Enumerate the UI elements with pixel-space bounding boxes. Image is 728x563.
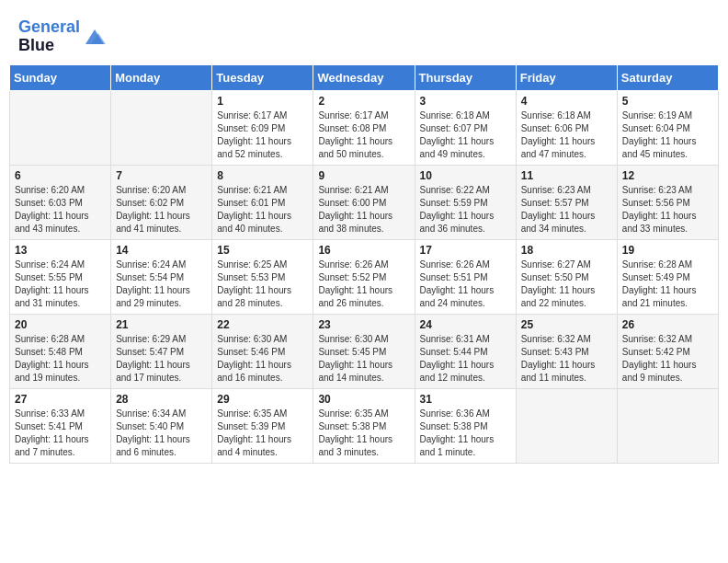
weekday-header: Saturday bbox=[617, 64, 718, 90]
calendar-cell: 13Sunrise: 6:24 AM Sunset: 5:55 PM Dayli… bbox=[10, 239, 111, 314]
day-number: 22 bbox=[217, 318, 308, 331]
day-number: 11 bbox=[521, 169, 612, 182]
calendar-cell: 26Sunrise: 6:32 AM Sunset: 5:42 PM Dayli… bbox=[617, 314, 718, 388]
day-number: 17 bbox=[420, 244, 511, 257]
day-info: Sunrise: 6:17 AM Sunset: 6:09 PM Dayligh… bbox=[217, 109, 308, 161]
day-info: Sunrise: 6:36 AM Sunset: 5:38 PM Dayligh… bbox=[420, 408, 511, 459]
calendar-cell: 5Sunrise: 6:19 AM Sunset: 6:04 PM Daylig… bbox=[617, 90, 718, 165]
calendar-header-row: SundayMondayTuesdayWednesdayThursdayFrid… bbox=[10, 64, 719, 90]
weekday-header: Monday bbox=[111, 64, 212, 90]
calendar-week-row: 1Sunrise: 6:17 AM Sunset: 6:09 PM Daylig… bbox=[10, 90, 719, 165]
weekday-header: Wednesday bbox=[313, 64, 415, 90]
day-info: Sunrise: 6:18 AM Sunset: 6:07 PM Dayligh… bbox=[420, 109, 511, 161]
calendar-cell bbox=[111, 90, 212, 165]
calendar-cell: 7Sunrise: 6:20 AM Sunset: 6:02 PM Daylig… bbox=[111, 165, 212, 239]
day-info: Sunrise: 6:21 AM Sunset: 6:00 PM Dayligh… bbox=[318, 184, 409, 236]
day-info: Sunrise: 6:28 AM Sunset: 5:49 PM Dayligh… bbox=[622, 259, 713, 310]
day-info: Sunrise: 6:33 AM Sunset: 5:41 PM Dayligh… bbox=[15, 408, 106, 459]
day-number: 13 bbox=[15, 244, 106, 257]
day-info: Sunrise: 6:24 AM Sunset: 5:54 PM Dayligh… bbox=[116, 259, 207, 310]
day-info: Sunrise: 6:20 AM Sunset: 6:03 PM Dayligh… bbox=[15, 184, 106, 236]
day-info: Sunrise: 6:23 AM Sunset: 5:56 PM Dayligh… bbox=[622, 184, 713, 236]
day-number: 30 bbox=[318, 393, 409, 406]
day-info: Sunrise: 6:31 AM Sunset: 5:44 PM Dayligh… bbox=[420, 333, 511, 385]
day-info: Sunrise: 6:28 AM Sunset: 5:48 PM Dayligh… bbox=[15, 333, 106, 385]
day-info: Sunrise: 6:17 AM Sunset: 6:08 PM Dayligh… bbox=[318, 109, 409, 161]
day-number: 19 bbox=[622, 244, 713, 257]
day-info: Sunrise: 6:19 AM Sunset: 6:04 PM Dayligh… bbox=[622, 109, 713, 161]
day-number: 31 bbox=[420, 393, 511, 406]
calendar-cell: 16Sunrise: 6:26 AM Sunset: 5:52 PM Dayli… bbox=[313, 239, 415, 314]
calendar-cell bbox=[617, 388, 718, 463]
day-number: 5 bbox=[622, 95, 713, 108]
day-info: Sunrise: 6:26 AM Sunset: 5:52 PM Dayligh… bbox=[318, 259, 409, 310]
calendar-cell: 9Sunrise: 6:21 AM Sunset: 6:00 PM Daylig… bbox=[313, 165, 415, 239]
calendar-cell: 22Sunrise: 6:30 AM Sunset: 5:46 PM Dayli… bbox=[212, 314, 313, 388]
day-number: 1 bbox=[217, 95, 308, 108]
calendar-cell bbox=[516, 388, 617, 463]
day-info: Sunrise: 6:20 AM Sunset: 6:02 PM Dayligh… bbox=[116, 184, 207, 236]
calendar-cell: 17Sunrise: 6:26 AM Sunset: 5:51 PM Dayli… bbox=[415, 239, 516, 314]
day-number: 9 bbox=[318, 169, 409, 182]
day-number: 29 bbox=[217, 393, 308, 406]
day-info: Sunrise: 6:26 AM Sunset: 5:51 PM Dayligh… bbox=[420, 259, 511, 310]
day-number: 6 bbox=[15, 169, 106, 182]
day-number: 27 bbox=[15, 393, 106, 406]
calendar-cell: 4Sunrise: 6:18 AM Sunset: 6:06 PM Daylig… bbox=[516, 90, 617, 165]
calendar-week-row: 27Sunrise: 6:33 AM Sunset: 5:41 PM Dayli… bbox=[10, 388, 719, 463]
calendar-cell: 15Sunrise: 6:25 AM Sunset: 5:53 PM Dayli… bbox=[212, 239, 313, 314]
day-info: Sunrise: 6:29 AM Sunset: 5:47 PM Dayligh… bbox=[116, 333, 207, 385]
day-info: Sunrise: 6:32 AM Sunset: 5:42 PM Dayligh… bbox=[622, 333, 713, 385]
day-info: Sunrise: 6:24 AM Sunset: 5:55 PM Dayligh… bbox=[15, 259, 106, 310]
day-number: 3 bbox=[420, 95, 511, 108]
day-number: 12 bbox=[622, 169, 713, 182]
day-info: Sunrise: 6:22 AM Sunset: 5:59 PM Dayligh… bbox=[420, 184, 511, 236]
day-info: Sunrise: 6:23 AM Sunset: 5:57 PM Dayligh… bbox=[521, 184, 612, 236]
logo-icon bbox=[82, 26, 108, 48]
calendar-cell: 21Sunrise: 6:29 AM Sunset: 5:47 PM Dayli… bbox=[111, 314, 212, 388]
weekday-header: Tuesday bbox=[212, 64, 313, 90]
day-info: Sunrise: 6:30 AM Sunset: 5:46 PM Dayligh… bbox=[217, 333, 308, 385]
day-number: 26 bbox=[622, 318, 713, 331]
calendar-cell: 18Sunrise: 6:27 AM Sunset: 5:50 PM Dayli… bbox=[516, 239, 617, 314]
day-number: 2 bbox=[318, 95, 409, 108]
logo: GeneralBlue bbox=[18, 18, 108, 55]
calendar-cell: 24Sunrise: 6:31 AM Sunset: 5:44 PM Dayli… bbox=[415, 314, 516, 388]
calendar-cell: 19Sunrise: 6:28 AM Sunset: 5:49 PM Dayli… bbox=[617, 239, 718, 314]
day-number: 14 bbox=[116, 244, 207, 257]
day-number: 20 bbox=[15, 318, 106, 331]
calendar-cell: 28Sunrise: 6:34 AM Sunset: 5:40 PM Dayli… bbox=[111, 388, 212, 463]
calendar-cell: 31Sunrise: 6:36 AM Sunset: 5:38 PM Dayli… bbox=[415, 388, 516, 463]
calendar-week-row: 20Sunrise: 6:28 AM Sunset: 5:48 PM Dayli… bbox=[10, 314, 719, 388]
calendar-cell: 11Sunrise: 6:23 AM Sunset: 5:57 PM Dayli… bbox=[516, 165, 617, 239]
day-info: Sunrise: 6:27 AM Sunset: 5:50 PM Dayligh… bbox=[521, 259, 612, 310]
calendar-week-row: 6Sunrise: 6:20 AM Sunset: 6:03 PM Daylig… bbox=[10, 165, 719, 239]
weekday-header: Sunday bbox=[10, 64, 111, 90]
day-number: 24 bbox=[420, 318, 511, 331]
calendar-cell: 12Sunrise: 6:23 AM Sunset: 5:56 PM Dayli… bbox=[617, 165, 718, 239]
calendar-cell: 2Sunrise: 6:17 AM Sunset: 6:08 PM Daylig… bbox=[313, 90, 415, 165]
day-number: 8 bbox=[217, 169, 308, 182]
calendar-week-row: 13Sunrise: 6:24 AM Sunset: 5:55 PM Dayli… bbox=[10, 239, 719, 314]
logo-text: GeneralBlue bbox=[18, 18, 80, 55]
calendar-cell: 29Sunrise: 6:35 AM Sunset: 5:39 PM Dayli… bbox=[212, 388, 313, 463]
day-number: 25 bbox=[521, 318, 612, 331]
calendar-cell: 6Sunrise: 6:20 AM Sunset: 6:03 PM Daylig… bbox=[10, 165, 111, 239]
weekday-header: Friday bbox=[516, 64, 617, 90]
day-info: Sunrise: 6:18 AM Sunset: 6:06 PM Dayligh… bbox=[521, 109, 612, 161]
day-info: Sunrise: 6:21 AM Sunset: 6:01 PM Dayligh… bbox=[217, 184, 308, 236]
calendar-cell bbox=[10, 90, 111, 165]
calendar-cell: 23Sunrise: 6:30 AM Sunset: 5:45 PM Dayli… bbox=[313, 314, 415, 388]
day-info: Sunrise: 6:35 AM Sunset: 5:38 PM Dayligh… bbox=[318, 408, 409, 459]
day-info: Sunrise: 6:32 AM Sunset: 5:43 PM Dayligh… bbox=[521, 333, 612, 385]
calendar-table: SundayMondayTuesdayWednesdayThursdayFrid… bbox=[9, 64, 719, 464]
calendar-cell: 25Sunrise: 6:32 AM Sunset: 5:43 PM Dayli… bbox=[516, 314, 617, 388]
day-number: 21 bbox=[116, 318, 207, 331]
calendar-cell: 1Sunrise: 6:17 AM Sunset: 6:09 PM Daylig… bbox=[212, 90, 313, 165]
calendar-cell: 30Sunrise: 6:35 AM Sunset: 5:38 PM Dayli… bbox=[313, 388, 415, 463]
day-number: 16 bbox=[318, 244, 409, 257]
day-info: Sunrise: 6:34 AM Sunset: 5:40 PM Dayligh… bbox=[116, 408, 207, 459]
weekday-header: Thursday bbox=[415, 64, 516, 90]
day-number: 7 bbox=[116, 169, 207, 182]
page-header: GeneralBlue bbox=[9, 9, 719, 60]
